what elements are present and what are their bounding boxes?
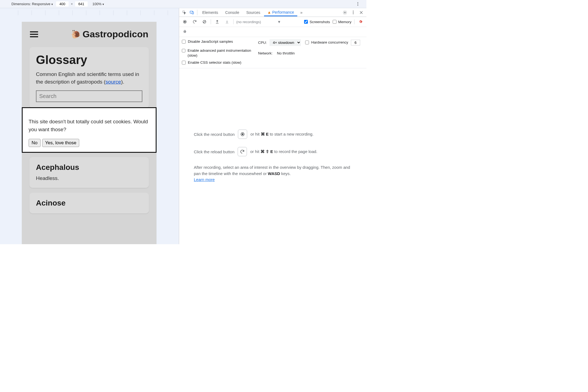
perf-empty-state: Click the record button or hit ⌘ E to st… [179, 68, 366, 244]
page-title: Glossary [36, 53, 142, 67]
hardware-concurrency-checkbox[interactable]: Hardware concurrency [305, 40, 348, 45]
svg-point-8 [242, 133, 243, 135]
more-tabs-icon[interactable]: » [298, 9, 305, 16]
learn-more-link[interactable]: Learn more [194, 177, 215, 182]
warning-icon: ▲ [267, 10, 271, 14]
svg-point-5 [184, 21, 185, 22]
inspect-icon[interactable] [181, 9, 188, 16]
cookie-no-button[interactable]: No [29, 139, 41, 147]
keyboard-shortcut: ⌘ ⇧ E [261, 149, 273, 154]
perf-settings-gear-icon[interactable] [357, 18, 364, 25]
entry-term: Acinose [36, 199, 142, 207]
memory-checkbox[interactable]: Memory [333, 20, 351, 24]
glossary-intro: Common English and scientific terms used… [36, 71, 142, 85]
empty-text: Click the record button [194, 132, 235, 137]
dimensions-label: Dimensions: Responsive [11, 2, 50, 6]
svg-point-3 [344, 12, 345, 13]
network-label: Network: [258, 51, 272, 55]
record-button[interactable] [238, 130, 247, 139]
network-select[interactable]: No throttlin [277, 51, 295, 55]
dimensions-dropdown[interactable]: Dimensions: Responsive▼ [11, 2, 53, 6]
cookie-dialog: This site doesn't but totally could set … [22, 107, 157, 153]
advanced-paint-checkbox[interactable]: Enable advanced paint instrumentation (s… [182, 48, 255, 58]
chevron-down-icon[interactable]: ▼ [277, 20, 281, 24]
height-input[interactable] [75, 1, 88, 7]
glossary-entry: Acinose [29, 193, 149, 213]
hamburger-menu-icon[interactable] [30, 31, 38, 37]
screenshots-checkbox[interactable]: Screenshots [304, 20, 330, 24]
chevron-down-icon: ▼ [51, 3, 53, 6]
hardware-concurrency-input[interactable] [351, 40, 360, 45]
empty-paragraph: After recording, select an area of inter… [194, 164, 352, 183]
device-toolbar: Dimensions: Responsive▼ × 100%▼ [0, 0, 366, 8]
width-input[interactable] [56, 1, 69, 7]
clear-icon[interactable] [201, 18, 208, 25]
kebab-menu-icon[interactable] [350, 9, 357, 16]
tab-sources[interactable]: Sources [243, 9, 264, 16]
gear-icon[interactable] [341, 9, 348, 16]
device-toggle-icon[interactable] [188, 9, 195, 16]
reload-icon[interactable] [191, 18, 198, 25]
css-selector-checkbox[interactable]: Enable CSS selector stats (slow) [182, 60, 255, 65]
cookie-text: This site doesn't but totally could set … [29, 118, 150, 133]
reload-button[interactable] [238, 147, 247, 156]
record-icon[interactable] [181, 18, 188, 25]
download-icon[interactable] [223, 18, 231, 25]
devtools-panel: Elements Console Sources ▲Performance » [179, 8, 366, 244]
times-icon: × [71, 2, 73, 6]
empty-text: Click the reload button [194, 149, 234, 154]
zoom-label: 100% [93, 2, 102, 6]
kebab-menu-icon[interactable] [357, 2, 358, 6]
svg-rect-2 [192, 12, 194, 14]
zoom-dropdown[interactable]: 100%▼ [93, 2, 105, 6]
close-icon[interactable] [358, 9, 365, 16]
glossary-entry: Acephalous Headless. [29, 157, 149, 188]
cookie-yes-button[interactable]: Yes, love those [42, 139, 79, 147]
tab-elements[interactable]: Elements [199, 9, 221, 16]
perf-options: Disable JavaScript samples CPU: 4× slowd… [179, 37, 366, 68]
recordings-dropdown[interactable]: (no recordings) [236, 20, 261, 24]
ruler [0, 8, 179, 15]
upload-icon[interactable] [214, 18, 221, 25]
keyboard-shortcut: ⌘ E [261, 132, 269, 136]
collect-garbage-icon[interactable] [181, 28, 188, 35]
entry-def: Headless. [36, 174, 142, 182]
cpu-label: CPU: [258, 41, 267, 45]
cpu-throttle-select[interactable]: 4× slowdown [270, 39, 301, 46]
entry-term: Acephalous [36, 163, 142, 172]
brand-text: Gastropodicon [82, 29, 148, 39]
source-link[interactable]: source [106, 79, 121, 85]
tab-console[interactable]: Console [222, 9, 242, 16]
perf-toolbar: (no recordings) ▼ Screenshots Memory [179, 17, 366, 27]
search-input[interactable] [36, 90, 142, 102]
snail-icon: 🐌 [71, 29, 81, 39]
device-viewport: 🐌 Gastropodicon Glossary Common English … [0, 8, 179, 244]
perf-toolbar-row2 [179, 27, 366, 37]
glossary-card: Glossary Common English and scientific t… [29, 47, 149, 108]
site-brand[interactable]: 🐌 Gastropodicon [71, 29, 148, 39]
app-header: 🐌 Gastropodicon [22, 22, 157, 42]
devtools-tabbar: Elements Console Sources ▲Performance » [179, 8, 366, 17]
chevron-down-icon: ▼ [102, 3, 105, 6]
tab-performance[interactable]: ▲Performance [264, 8, 297, 16]
disable-js-checkbox[interactable]: Disable JavaScript samples [182, 39, 255, 46]
